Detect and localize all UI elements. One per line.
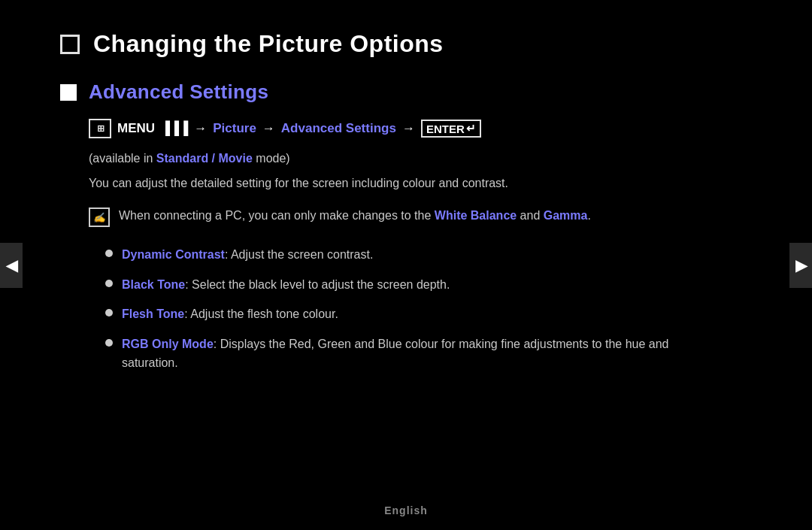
section-title-row: Advanced Settings: [60, 80, 677, 104]
bullet-desc: : Select the black level to adjust the s…: [185, 278, 450, 291]
bullet-dot: [105, 250, 113, 257]
bullet-label: Flesh Tone: [122, 307, 184, 320]
availability-row: (available in Standard / Movie mode): [89, 152, 677, 165]
menu-bars: ▐▐▐: [161, 121, 188, 136]
list-item: RGB Only Mode: Displays the Red, Green a…: [105, 335, 677, 373]
section-title-text: Advanced Settings: [89, 80, 268, 104]
note-after: .: [587, 209, 590, 222]
bullet-dot: [105, 280, 113, 287]
bullet-item-text: Dynamic Contrast: Adjust the screen cont…: [122, 245, 373, 265]
checkbox-icon: [60, 35, 80, 54]
note-icon-box: ✍: [89, 207, 110, 227]
nav-arrow-right[interactable]: ▶: [789, 243, 812, 288]
arrow3: →: [402, 121, 415, 136]
arrow1: →: [194, 121, 207, 136]
bullet-item-text: RGB Only Mode: Displays the Red, Green a…: [122, 335, 677, 373]
picture-label: Picture: [213, 121, 256, 136]
bullet-label: Dynamic Contrast: [122, 248, 225, 261]
bullet-list: Dynamic Contrast: Adjust the screen cont…: [105, 245, 677, 373]
left-arrow-icon: ◀: [6, 256, 17, 274]
bullet-desc: : Adjust the flesh tone colour.: [184, 307, 338, 320]
menu-icon-box: ⊞: [89, 119, 111, 138]
note-middle: and: [517, 209, 544, 222]
menu-icon-symbol: ⊞: [97, 123, 104, 134]
bullet-desc: : Adjust the screen contrast.: [225, 248, 373, 261]
bullet-dot: [105, 309, 113, 316]
note-text: When connecting a PC, you can only make …: [119, 206, 591, 226]
note-highlight1: White Balance: [435, 209, 517, 222]
bullet-label: Black Tone: [122, 278, 185, 291]
availability-highlight: Standard / Movie: [156, 152, 253, 165]
nav-arrow-left[interactable]: ◀: [0, 243, 23, 288]
page-content: Changing the Picture Options Advanced Se…: [0, 0, 737, 413]
list-item: Flesh Tone: Adjust the flesh tone colour…: [105, 304, 677, 324]
right-arrow-icon: ▶: [795, 256, 807, 274]
menu-path-row: ⊞ MENU ▐▐▐ → Picture → Advanced Settings…: [89, 119, 677, 138]
footer-language-text: English: [384, 504, 428, 516]
footer-language: English: [384, 504, 428, 516]
enter-label: ENTER: [426, 123, 465, 135]
list-item: Black Tone: Select the black level to ad…: [105, 275, 677, 295]
availability-before: (available in: [89, 152, 156, 165]
description-text: You can adjust the detailed setting for …: [89, 177, 508, 189]
availability-after: mode): [253, 152, 290, 165]
main-title-text: Changing the Picture Options: [93, 30, 444, 58]
advanced-settings-label: Advanced Settings: [281, 121, 396, 136]
menu-label: MENU: [117, 121, 155, 136]
enter-symbol: ↵: [466, 122, 476, 135]
note-highlight2: Gamma: [544, 209, 588, 222]
bullet-label: RGB Only Mode: [122, 338, 214, 350]
list-item: Dynamic Contrast: Adjust the screen cont…: [105, 245, 677, 265]
arrow2: →: [262, 121, 275, 136]
description-row: You can adjust the detailed setting for …: [89, 174, 677, 192]
bullet-item-text: Flesh Tone: Adjust the flesh tone colour…: [122, 304, 338, 324]
enter-box: ENTER↵: [421, 120, 481, 138]
square-icon: [60, 84, 77, 101]
main-title-row: Changing the Picture Options: [60, 30, 677, 58]
note-row: ✍ When connecting a PC, you can only mak…: [89, 206, 677, 227]
bullet-dot: [105, 339, 113, 347]
note-before: When connecting a PC, you can only make …: [119, 209, 435, 222]
note-icon: ✍: [93, 212, 105, 223]
bullet-item-text: Black Tone: Select the black level to ad…: [122, 275, 450, 295]
